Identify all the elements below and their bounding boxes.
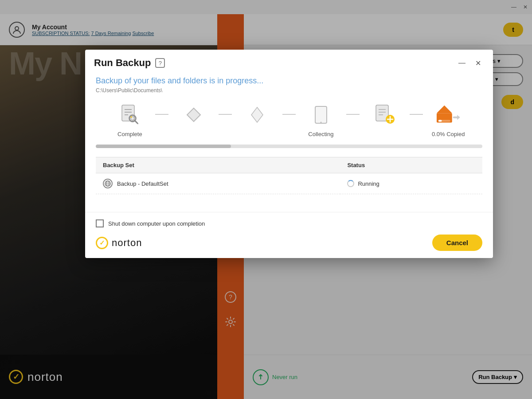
dialog-minimize-btn[interactable]: — bbox=[456, 57, 468, 69]
table-row: Backup - DefaultSet Running bbox=[96, 173, 482, 194]
step-upload: 0.0% Copied bbox=[423, 102, 473, 137]
backup-path: C:\Users\Public\Documents\ bbox=[96, 87, 482, 94]
backup-set-name: Backup - DefaultSet bbox=[117, 180, 168, 187]
step-collecting: Collecting bbox=[296, 102, 346, 137]
step-complete-icon bbox=[117, 102, 142, 127]
dialog-body: Backup of your files and folders is in p… bbox=[85, 69, 493, 212]
svg-rect-31 bbox=[438, 120, 442, 122]
step-connector-3 bbox=[282, 114, 296, 115]
status-spinner bbox=[347, 180, 354, 187]
dialog-titlebar: Run Backup ? — ✕ bbox=[85, 50, 493, 69]
cancel-button[interactable]: Cancel bbox=[432, 235, 482, 251]
dialog-footer-top: Shut down computer upon completion bbox=[96, 219, 482, 227]
step-copying bbox=[360, 102, 410, 131]
svg-marker-33 bbox=[457, 115, 460, 120]
backup-progress-bar bbox=[96, 145, 482, 148]
svg-rect-9 bbox=[122, 105, 134, 121]
status-cell-content: Running bbox=[340, 173, 482, 194]
step-mid2 bbox=[232, 102, 282, 131]
step-complete: Complete bbox=[105, 102, 155, 137]
progress-bar-fill bbox=[96, 145, 231, 148]
dialog-norton-logo: ✓ norton bbox=[96, 237, 142, 249]
svg-line-17 bbox=[135, 121, 137, 123]
backup-table: Backup Set Status bbox=[96, 157, 482, 194]
col-status: Status bbox=[340, 157, 482, 173]
dialog-norton-check-icon: ✓ bbox=[96, 237, 108, 249]
dialog-footer-bottom: ✓ norton Cancel bbox=[96, 235, 482, 251]
step-connector-1 bbox=[155, 114, 168, 115]
shutdown-checkbox[interactable] bbox=[96, 219, 104, 227]
step-mid1 bbox=[168, 102, 219, 131]
dialog-title: Run Backup bbox=[94, 57, 151, 69]
step-connector-4 bbox=[346, 114, 360, 115]
svg-rect-19 bbox=[315, 106, 327, 123]
step-copying-icon bbox=[372, 102, 397, 127]
dialog-controls: — ✕ bbox=[456, 57, 484, 69]
svg-point-18 bbox=[130, 116, 132, 118]
step-complete-label: Complete bbox=[117, 131, 142, 137]
backup-progress-title: Backup of your files and folders is in p… bbox=[96, 76, 482, 86]
shutdown-label: Shut down computer upon completion bbox=[108, 220, 205, 227]
dialog-close-btn[interactable]: ✕ bbox=[472, 57, 484, 69]
step-collecting-icon bbox=[309, 102, 333, 127]
svg-marker-29 bbox=[437, 106, 452, 113]
backup-table-header: Backup Set Status bbox=[96, 157, 482, 173]
step-connector-5 bbox=[410, 114, 423, 115]
backup-table-body: Backup - DefaultSet Running bbox=[96, 173, 482, 194]
run-backup-dialog: Run Backup ? — ✕ Backup of your files an… bbox=[85, 50, 493, 258]
step-mid2-icon bbox=[245, 102, 270, 127]
backup-globe-icon bbox=[103, 179, 113, 188]
dialog-footer: Shut down computer upon completion ✓ nor… bbox=[85, 212, 493, 258]
dialog-norton-text: norton bbox=[112, 237, 142, 249]
backup-steps-row: Complete bbox=[96, 102, 482, 137]
svg-point-20 bbox=[320, 122, 321, 123]
step-collecting-label: Collecting bbox=[308, 131, 333, 137]
step-upload-icon bbox=[436, 102, 461, 127]
backup-set-cell: Backup - DefaultSet bbox=[96, 173, 340, 194]
step-connector-2 bbox=[219, 114, 232, 115]
step-mid1-icon bbox=[181, 102, 206, 127]
backup-set-content: Backup - DefaultSet bbox=[103, 179, 333, 188]
step-upload-label: 0.0% Copied bbox=[432, 131, 465, 137]
col-backup-set: Backup Set bbox=[96, 157, 340, 173]
status-text: Running bbox=[358, 180, 379, 187]
status-cell: Running bbox=[347, 180, 475, 187]
dialog-title-area: Run Backup ? bbox=[94, 57, 165, 69]
dialog-help-icon[interactable]: ? bbox=[155, 58, 165, 68]
